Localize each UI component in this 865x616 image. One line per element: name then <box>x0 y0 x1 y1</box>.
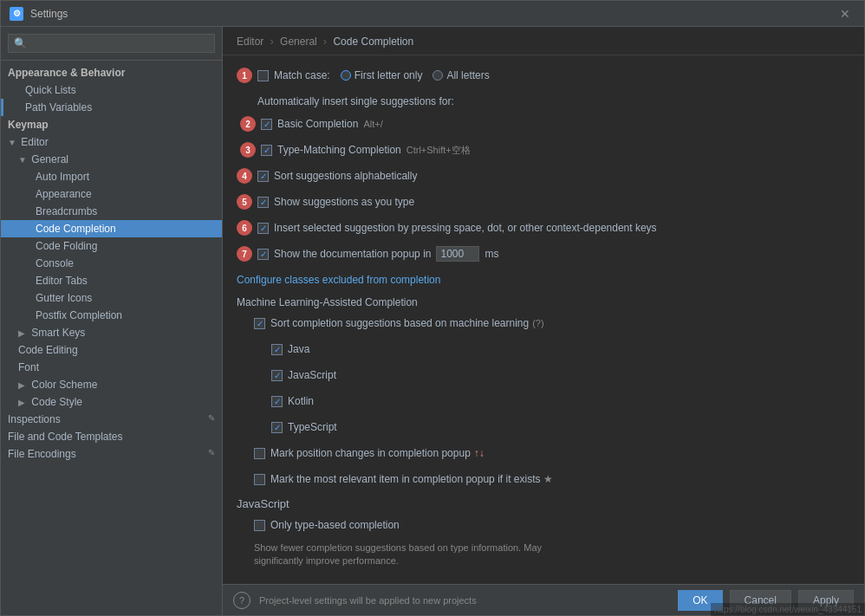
match-case-checkbox[interactable] <box>257 70 269 81</box>
ml-sort-label: Sort completion suggestions based on mac… <box>270 317 529 329</box>
sidebar-item-quick-lists[interactable]: Quick Lists <box>1 81 222 99</box>
app-icon: ⚙ <box>10 7 23 21</box>
insert-selected-row: 6 Insert selected suggestion by pressing… <box>237 218 850 237</box>
badge-7: 7 <box>237 246 252 262</box>
show-doc-label: Show the documentation popup in <box>274 248 431 260</box>
sort-alpha-checkbox[interactable] <box>257 171 269 182</box>
arrow-icons: ↑↓ <box>474 447 485 459</box>
type-based-row: Only type-based completion <box>237 515 850 535</box>
ml-kotlin-label: Kotlin <box>288 395 314 407</box>
file-encodings-edit-icon: ✎ <box>208 448 215 457</box>
sidebar-item-file-code-templates[interactable]: File and Code Templates <box>1 428 222 445</box>
badge-6: 6 <box>237 220 252 236</box>
show-suggestions-label: Show suggestions as you type <box>274 196 414 208</box>
mark-relevant-row: Mark the most relevant item in completio… <box>237 470 850 489</box>
first-letter-radio[interactable] <box>341 70 351 81</box>
sidebar-item-general[interactable]: ▼ General <box>1 151 222 168</box>
ml-ts-checkbox[interactable] <box>271 422 283 433</box>
radio-group-letters: First letter only All letters <box>341 69 490 81</box>
sidebar-item-breadcrumbs[interactable]: Breadcrumbs <box>1 203 222 220</box>
mark-position-checkbox[interactable] <box>254 448 265 459</box>
sidebar-item-color-scheme[interactable]: ▶ Color Scheme <box>1 376 222 393</box>
sidebar-item-file-encodings[interactable]: File Encodings ✎ <box>1 445 222 463</box>
editor-expand-arrow: ▼ <box>8 138 18 147</box>
sidebar: Appearance & Behavior Quick Lists Path V… <box>1 27 223 615</box>
settings-content: 1 Match case: First letter only All lett… <box>223 55 864 584</box>
breadcrumb-current: Code Completion <box>333 36 413 48</box>
ml-java-checkbox[interactable] <box>271 344 283 355</box>
ml-sort-row: Sort completion suggestions based on mac… <box>237 314 850 333</box>
mark-position-label: Mark position changes in completion popu… <box>270 447 471 459</box>
footer-info-text: Project-level settings will be applied t… <box>259 595 678 606</box>
ml-section-header: Machine Learning-Assisted Completion <box>237 296 850 308</box>
ml-js-checkbox[interactable] <box>271 370 283 381</box>
breadcrumb-sep1: › <box>270 36 274 48</box>
sidebar-item-keymap[interactable]: Keymap <box>1 116 222 133</box>
configure-link-row: Configure classes excluded from completi… <box>237 270 850 289</box>
radio-first-letter[interactable]: First letter only <box>341 69 423 81</box>
basic-completion-checkbox[interactable] <box>261 119 272 130</box>
sidebar-item-console[interactable]: Console <box>1 255 222 272</box>
type-matching-row: 3 Type-Matching Completion Ctrl+Shift+空格 <box>240 140 850 159</box>
code-style-arrow: ▶ <box>18 398 29 407</box>
ml-sort-checkbox[interactable] <box>254 318 265 329</box>
sidebar-item-gutter-icons[interactable]: Gutter Icons <box>1 289 222 307</box>
basic-completion-shortcut: Alt+/ <box>363 119 382 129</box>
sidebar-item-inspections[interactable]: Inspections ✎ <box>1 411 222 428</box>
auto-insert-row: Automatically insert single suggestions … <box>257 92 850 111</box>
show-suggestions-row: 5 Show suggestions as you type <box>237 192 850 211</box>
sidebar-item-path-variables[interactable]: Path Variables <box>1 99 222 116</box>
mark-relevant-checkbox[interactable] <box>254 474 265 485</box>
sidebar-item-appearance-behavior[interactable]: Appearance & Behavior <box>1 64 222 81</box>
basic-completion-row: 2 Basic Completion Alt+/ <box>240 114 850 133</box>
all-letters-radio[interactable] <box>432 70 443 81</box>
sidebar-item-auto-import[interactable]: Auto Import <box>1 168 222 185</box>
sidebar-item-appearance[interactable]: Appearance <box>1 185 222 203</box>
titlebar: ⚙ Settings ✕ <box>1 1 864 27</box>
type-matching-checkbox[interactable] <box>261 145 272 156</box>
help-button[interactable]: ? <box>233 592 250 609</box>
window-title: Settings <box>30 8 835 20</box>
mark-relevant-label: Mark the most relevant item in completio… <box>270 473 540 485</box>
ml-ts-row: TypeScript <box>237 418 850 437</box>
sidebar-item-code-completion[interactable]: Code Completion <box>1 220 222 237</box>
all-letters-label: All letters <box>446 69 489 81</box>
insert-selected-checkbox[interactable] <box>257 223 269 234</box>
sidebar-item-code-folding[interactable]: Code Folding <box>1 237 222 255</box>
radio-all-letters[interactable]: All letters <box>432 69 489 81</box>
ml-kotlin-checkbox[interactable] <box>271 396 283 407</box>
show-suggestions-checkbox[interactable] <box>257 197 269 208</box>
star-icon: ★ <box>543 473 553 485</box>
sidebar-item-code-editing[interactable]: Code Editing <box>1 341 222 359</box>
sidebar-item-editor-tabs[interactable]: Editor Tabs <box>1 272 222 289</box>
smart-keys-arrow: ▶ <box>18 328 29 338</box>
search-box <box>1 27 222 61</box>
insert-selected-label: Insert selected suggestion by pressing s… <box>274 222 657 234</box>
sort-alpha-label: Sort suggestions alphabetically <box>274 170 417 182</box>
general-expand-arrow: ▼ <box>18 155 29 165</box>
doc-popup-ms-input[interactable] <box>436 246 479 262</box>
sidebar-item-postfix-completion[interactable]: Postfix Completion <box>1 307 222 324</box>
breadcrumb-editor: Editor <box>237 36 263 48</box>
settings-tree: Appearance & Behavior Quick Lists Path V… <box>1 61 222 615</box>
sidebar-item-font[interactable]: Font <box>1 359 222 376</box>
badge-1: 1 <box>237 68 252 83</box>
sidebar-item-editor[interactable]: ▼ Editor <box>1 133 222 151</box>
sidebar-item-code-style[interactable]: ▶ Code Style <box>1 393 222 411</box>
badge-2: 2 <box>240 116 256 132</box>
type-based-checkbox[interactable] <box>254 520 265 531</box>
close-button[interactable]: ✕ <box>835 5 855 23</box>
type-matching-shortcut: Ctrl+Shift+空格 <box>406 144 471 157</box>
type-based-label: Only type-based completion <box>270 519 400 531</box>
first-letter-label: First letter only <box>354 69 423 81</box>
configure-classes-link[interactable]: Configure classes excluded from completi… <box>237 274 440 286</box>
ml-help-icon[interactable]: (?) <box>532 318 543 328</box>
show-doc-checkbox[interactable] <box>257 249 269 260</box>
type-based-desc1: Show fewer completion suggestions based … <box>254 542 542 553</box>
sidebar-item-smart-keys[interactable]: ▶ Smart Keys <box>1 324 222 341</box>
ml-kotlin-row: Kotlin <box>237 392 850 411</box>
badge-3: 3 <box>240 142 256 158</box>
sort-alpha-row: 4 Sort suggestions alphabetically <box>237 166 850 185</box>
search-input[interactable] <box>8 34 215 53</box>
ml-ts-label: TypeScript <box>288 421 337 433</box>
